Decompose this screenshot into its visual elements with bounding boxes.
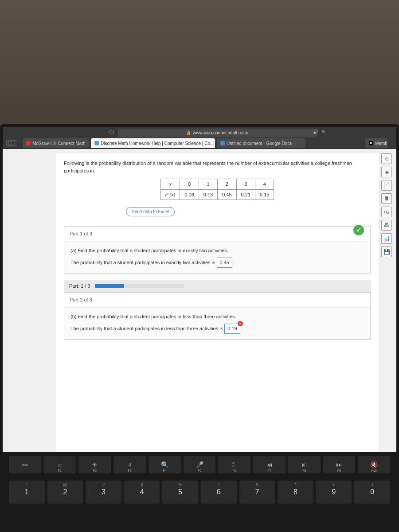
tab-label: Discrete Math Homework Help | Computer S…	[101, 141, 214, 146]
key-0[interactable]: )0	[354, 481, 390, 504]
favicon-icon	[26, 141, 31, 145]
lock-icon: 🔒	[186, 131, 191, 135]
tab-google-docs[interactable]: Untitled document - Google Docs	[217, 138, 305, 148]
tab-memb[interactable]: b Memb	[365, 138, 387, 148]
key-f7[interactable]: ⏮F7	[253, 456, 286, 473]
key-4[interactable]: $4	[124, 481, 160, 504]
table-rowhead-x: x	[160, 179, 180, 190]
right-toolbox: ⎋ ◈ 📄 🖩 Aₐ 🖶 📊 💾	[381, 153, 394, 257]
key-1[interactable]: !1	[9, 481, 45, 504]
print-icon[interactable]: 🖶	[381, 220, 392, 231]
page-controls: 🔊 ↻	[313, 129, 325, 134]
answer-suffix: .	[234, 260, 235, 265]
dnd-icon: ☾	[231, 461, 237, 468]
save-icon[interactable]: 💾	[381, 246, 392, 257]
key-8[interactable]: *8	[278, 481, 313, 504]
shield-icon[interactable]: 🛡	[109, 129, 114, 136]
table-cell: 3	[236, 179, 255, 190]
key-f6[interactable]: ☾F6	[218, 456, 250, 473]
url-bar[interactable]: 🔒www-awu.connectmath.com	[118, 129, 317, 137]
key-6[interactable]: ^6	[201, 481, 237, 504]
progress-label: Part: 1 / 3	[69, 282, 90, 290]
table-rowhead-px: P (x)	[160, 189, 180, 200]
sidebar-toggle-icon[interactable]: ☐ ˅	[6, 140, 17, 146]
font-icon[interactable]: Aₐ	[381, 207, 392, 217]
clear-answer-icon[interactable]: ×	[238, 321, 243, 326]
brightness-up-icon: ☀	[92, 461, 98, 468]
key-5[interactable]: %5	[162, 481, 198, 504]
key-7[interactable]: &7	[239, 481, 275, 504]
part-2-question: (b) Find the probability that a student …	[70, 313, 364, 321]
problem-intro: Following is the probability distributio…	[64, 160, 371, 174]
part-2-header: Part 2 of 3	[64, 293, 370, 308]
answer-suffix: .	[242, 326, 243, 331]
tab-label: Untitled document - Google Docs	[227, 141, 292, 146]
part-1-question: (a) Find the probability that a student …	[70, 247, 364, 254]
key-f2[interactable]: ☀F2	[78, 456, 111, 473]
keyboard: esc ☼F1 ☀F2 ⌗F3 🔍F4 🎤F5 ☾F6 ⏮F7 ⏯F8 ⏭F9 …	[0, 452, 399, 532]
key-f10[interactable]: 🔇F10	[358, 456, 390, 473]
key-f5[interactable]: 🎤F5	[184, 456, 216, 473]
mute-icon: 🔇	[370, 461, 378, 468]
tab-strip: McGraw-Hill Connect Math Discrete Math H…	[23, 138, 387, 148]
tab-label: Memb	[375, 141, 387, 146]
tab-discrete-hw[interactable]: Discrete Math Homework Help | Computer S…	[91, 138, 215, 148]
search-icon: 🔍	[161, 461, 168, 468]
progress-fill	[95, 284, 125, 288]
key-2[interactable]: @2	[47, 481, 83, 504]
reload-icon[interactable]: ↻	[322, 129, 325, 134]
notes-icon[interactable]: 📄	[381, 180, 392, 191]
part-1-box: ✓ Part 1 of 3 (a) Find the probability t…	[64, 226, 371, 274]
send-to-excel-button[interactable]: Send data to Excel	[126, 207, 175, 216]
favicon-icon	[220, 141, 225, 145]
table-cell: 0	[180, 179, 199, 190]
key-f3[interactable]: ⌗F3	[113, 456, 146, 473]
key-esc[interactable]: esc	[9, 456, 41, 473]
answer-prefix: The probability that a student participa…	[70, 260, 217, 265]
progress-bar-row: Part: 1 / 3	[64, 280, 371, 293]
table-cell: 0.45	[218, 189, 236, 200]
key-f8[interactable]: ⏯F8	[288, 456, 321, 473]
table-cell: 1	[199, 179, 217, 190]
part-2-box: Part 2 of 3 (b) Find the probability tha…	[64, 292, 371, 340]
tab-connectmath[interactable]: McGraw-Hill Connect Math	[23, 138, 89, 148]
play-pause-icon: ⏯	[301, 461, 307, 468]
calculator-icon[interactable]: 🖩	[381, 193, 392, 204]
key-f4[interactable]: 🔍F4	[149, 456, 181, 473]
key-f9[interactable]: ⏭F9	[323, 456, 356, 473]
table-cell: 0.21	[236, 189, 255, 200]
table-cell: 0.13	[199, 189, 217, 200]
brightness-down-icon: ☼	[57, 461, 63, 468]
part-1-answer-field[interactable]: 0.45	[217, 258, 232, 268]
logout-icon[interactable]: ⎋	[381, 153, 392, 164]
mission-control-icon: ⌗	[128, 461, 132, 469]
part-1-header: Part 1 of 3	[64, 227, 370, 242]
sound-icon[interactable]: 🔊	[313, 129, 318, 134]
nav-icon[interactable]: ◈	[381, 167, 392, 177]
url-text: www-awu.connectmath.com	[193, 130, 248, 135]
favicon-icon	[94, 141, 99, 145]
forward-icon: ⏭	[336, 461, 342, 468]
table-cell: 4	[255, 179, 274, 190]
table-cell: 0.06	[180, 189, 199, 200]
key-9[interactable]: (9	[316, 481, 352, 504]
mic-icon: 🎤	[196, 461, 203, 468]
key-f1[interactable]: ☼F1	[44, 456, 76, 473]
graph-icon[interactable]: 📊	[381, 233, 392, 244]
correct-check-icon: ✓	[352, 224, 365, 236]
favicon-icon: b	[369, 141, 373, 145]
table-cell: 0.15	[255, 189, 274, 200]
table-cell: 2	[218, 179, 236, 190]
browser-chrome: 🛡 🔒www-awu.connectmath.com 🔊 ↻ ☐ ˅ 〈 〉	[3, 127, 396, 149]
progress-track	[95, 284, 184, 288]
key-3[interactable]: #3	[86, 481, 121, 504]
probability-table: x 0 1 2 3 4 P (x) 0.06 0.13 0.45 0	[160, 179, 274, 200]
rewind-icon: ⏮	[266, 461, 273, 468]
tab-label: McGraw-Hill Connect Math	[32, 141, 85, 146]
answer-prefix: The probability that a student participa…	[70, 326, 224, 331]
